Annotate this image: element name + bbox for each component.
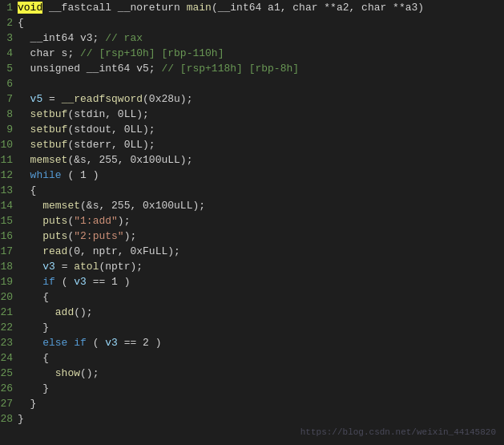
- token: [18, 154, 30, 166]
- token: puts: [42, 230, 67, 242]
- token: == 1 ): [87, 276, 131, 288]
- code-line: 17 read(0, nptr, 0xFuLL);: [0, 244, 504, 259]
- code-line: 22 }: [0, 320, 504, 335]
- line-number: 4: [0, 47, 18, 59]
- code-line: 21 add();: [0, 305, 504, 320]
- token: [18, 276, 42, 288]
- token: (stderr, 0LL);: [67, 139, 155, 151]
- token: [18, 337, 42, 349]
- code-line: 2{: [0, 15, 504, 30]
- line-number: 15: [0, 215, 18, 227]
- line-content: }: [18, 398, 36, 410]
- token: v5: [30, 93, 43, 105]
- token: (nptr);: [99, 261, 143, 273]
- code-line: 12 while ( 1 ): [0, 168, 504, 183]
- code-line: 25 show();: [0, 366, 504, 381]
- token: =: [55, 261, 74, 273]
- line-number: 16: [0, 230, 18, 242]
- line-number: 1: [0, 2, 18, 14]
- token: [18, 123, 30, 136]
- token: (: [87, 337, 105, 349]
- token: {: [18, 352, 49, 364]
- line-content: setbuf(stdout, 0LL);: [18, 123, 155, 136]
- line-content: memset(&s, 255, 0x100uLL);: [18, 154, 192, 166]
- token: // rax: [105, 32, 143, 44]
- token: =: [42, 93, 61, 105]
- token: setbuf: [30, 108, 68, 120]
- code-line: 20 {: [0, 289, 504, 305]
- line-number: 22: [0, 322, 18, 334]
- line-content: puts("2:puts");: [18, 230, 136, 242]
- line-content: if ( v3 == 1 ): [18, 276, 130, 288]
- line-number: 28: [0, 413, 18, 425]
- token: __readfsqword: [62, 93, 143, 105]
- code-line: 24 {: [0, 350, 504, 366]
- token: }: [18, 322, 49, 334]
- code-line: 6: [0, 76, 504, 91]
- code-line: 3 __int64 v3; // rax: [0, 30, 504, 46]
- code-line: 4 char s; // [rsp+10h] [rbp-110h]: [0, 46, 504, 61]
- token: read: [42, 245, 67, 257]
- line-number: 5: [0, 63, 18, 75]
- line-number: 7: [0, 93, 18, 105]
- line-content: while ( 1 ): [18, 169, 99, 181]
- line-content: {: [18, 184, 36, 196]
- token: __fastcall __noreturn: [42, 2, 186, 14]
- code-line: 15 puts("1:add");: [0, 213, 504, 229]
- token: v3: [105, 337, 118, 349]
- token: unsigned __int64 v5;: [18, 63, 161, 75]
- token: [18, 367, 55, 379]
- line-content: setbuf(stdin, 0LL);: [18, 108, 149, 120]
- code-line: 10 setbuf(stderr, 0LL);: [0, 137, 504, 152]
- line-number: 25: [0, 367, 18, 379]
- token: [18, 93, 30, 105]
- token: memset: [42, 200, 80, 212]
- line-content: [18, 78, 24, 90]
- token: "2:puts": [74, 230, 123, 242]
- line-content: show();: [18, 367, 99, 379]
- line-number: 26: [0, 382, 18, 394]
- token: ();: [74, 306, 92, 318]
- token: __int64 v3;: [18, 32, 105, 44]
- code-line: 23 else if ( v3 == 2 ): [0, 335, 504, 350]
- token: [18, 200, 42, 212]
- token: [18, 245, 42, 257]
- line-number: 17: [0, 245, 18, 257]
- line-content: }: [18, 413, 24, 425]
- token: [18, 261, 42, 273]
- token: }: [18, 382, 49, 394]
- token: {: [18, 184, 36, 196]
- token: }: [18, 398, 36, 410]
- watermark: https://blog.csdn.net/weixin_44145820: [300, 427, 496, 437]
- token: == 2 ): [118, 337, 162, 349]
- line-content: }: [18, 322, 49, 334]
- line-content: {: [18, 291, 49, 303]
- line-number: 9: [0, 123, 18, 136]
- token: ( 1 ): [62, 169, 99, 181]
- line-content: }: [18, 382, 49, 394]
- token: puts: [42, 215, 67, 227]
- token: }: [18, 413, 24, 425]
- token: {: [18, 17, 24, 29]
- line-number: 14: [0, 200, 18, 212]
- token: {: [18, 291, 49, 303]
- line-content: unsigned __int64 v5; // [rsp+118h] [rbp-…: [18, 63, 299, 75]
- line-number: 2: [0, 17, 18, 29]
- line-number: 27: [0, 398, 18, 410]
- token: add: [55, 306, 74, 318]
- token: char s;: [18, 47, 80, 59]
- code-line: 5 unsigned __int64 v5; // [rsp+118h] [rb…: [0, 61, 504, 76]
- code-line: 13 {: [0, 183, 504, 198]
- line-number: 3: [0, 32, 18, 44]
- token: [18, 139, 30, 151]
- token: ();: [80, 367, 99, 379]
- line-number: 20: [0, 291, 18, 303]
- line-number: 21: [0, 306, 18, 318]
- line-number: 18: [0, 261, 18, 273]
- token: main: [187, 2, 212, 14]
- token: );: [124, 230, 137, 242]
- token: (0, nptr, 0xFuLL);: [67, 245, 179, 257]
- token: atol: [74, 261, 99, 273]
- line-content: char s; // [rsp+10h] [rbp-110h]: [18, 47, 224, 59]
- code-line: 8 setbuf(stdin, 0LL);: [0, 107, 504, 122]
